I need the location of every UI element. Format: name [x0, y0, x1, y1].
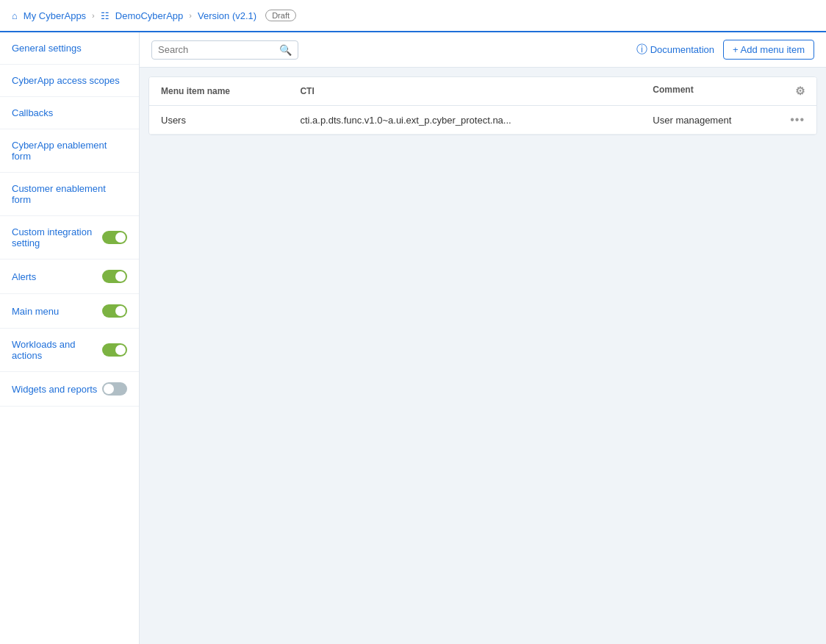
- breadcrumb-chevron-1: ›: [92, 11, 95, 20]
- sidebar-item-cyberapp-enablement-form[interactable]: CyberApp enablement form: [0, 129, 139, 173]
- sidebar-label-callbacks: Callbacks: [12, 107, 53, 118]
- add-menu-item-button[interactable]: + Add menu item: [723, 40, 814, 60]
- draft-badge: Draft: [265, 10, 296, 21]
- column-cti: CTI: [288, 77, 641, 106]
- cell-comment: User management•••: [641, 106, 816, 134]
- sidebar-item-widgets-and-reports[interactable]: Widgets and reports: [0, 372, 139, 407]
- column-menu-item-name: Menu item name: [149, 77, 288, 106]
- sidebar-item-alerts[interactable]: Alerts: [0, 260, 139, 294]
- main-content: 🔍 ⓘ Documentation + Add menu item Menu i…: [140, 32, 826, 644]
- sidebar-item-callbacks[interactable]: Callbacks: [0, 97, 139, 129]
- sidebar: General settingsCyberApp access scopesCa…: [0, 32, 140, 644]
- table-row: Userscti.a.p.dts.func.v1.0~a.ui.ext_p.cy…: [149, 106, 816, 135]
- sidebar-label-workloads-and-actions: Workloads and actions: [12, 339, 102, 361]
- cell-cti: cti.a.p.dts.func.v1.0~a.ui.ext_p.cyber_p…: [288, 106, 641, 135]
- toggle-main-menu[interactable]: [102, 304, 127, 318]
- info-icon: ⓘ: [636, 43, 647, 57]
- sidebar-item-cyberapp-access-scopes[interactable]: CyberApp access scopes: [0, 65, 139, 97]
- sidebar-label-general-settings: General settings: [12, 43, 82, 54]
- sidebar-label-main-menu: Main menu: [12, 306, 59, 317]
- toggle-alerts[interactable]: [102, 270, 127, 283]
- home-icon: ⌂: [12, 10, 18, 21]
- search-box[interactable]: 🔍: [151, 40, 298, 60]
- menu-items-table: Menu item name CTI Comment ⚙ Userscti.a.…: [149, 77, 816, 135]
- breadcrumb-democyberapp[interactable]: DemoCyberApp: [115, 10, 184, 21]
- sidebar-item-workloads-and-actions[interactable]: Workloads and actions: [0, 329, 139, 372]
- sidebar-item-general-settings[interactable]: General settings: [0, 32, 139, 65]
- sidebar-label-customer-enablement-form: Customer enablement form: [12, 183, 127, 205]
- sidebar-label-cyberapp-enablement-form: CyberApp enablement form: [12, 140, 127, 162]
- top-bar: ⌂ My CyberApps › ☷ DemoCyberApp › Versio…: [0, 0, 826, 32]
- apps-icon: ☷: [101, 10, 109, 21]
- sidebar-item-customer-enablement-form[interactable]: Customer enablement form: [0, 173, 139, 216]
- documentation-label: Documentation: [650, 44, 714, 55]
- breadcrumb-chevron-2: ›: [189, 11, 192, 20]
- table-container: Menu item name CTI Comment ⚙ Userscti.a.…: [148, 76, 817, 135]
- sidebar-label-custom-integration-setting: Custom integration setting: [12, 226, 102, 248]
- breadcrumb-my-cyberapps[interactable]: My CyberApps: [24, 10, 86, 21]
- sidebar-label-widgets-and-reports: Widgets and reports: [12, 384, 97, 395]
- layout: General settingsCyberApp access scopesCa…: [0, 32, 826, 644]
- toggle-workloads-and-actions[interactable]: [102, 343, 127, 357]
- table-header-row: Menu item name CTI Comment ⚙: [149, 77, 816, 106]
- toolbar: 🔍 ⓘ Documentation + Add menu item: [140, 32, 826, 68]
- sidebar-label-cyberapp-access-scopes: CyberApp access scopes: [12, 75, 120, 86]
- search-input[interactable]: [158, 44, 279, 55]
- sidebar-item-main-menu[interactable]: Main menu: [0, 294, 139, 329]
- documentation-link[interactable]: ⓘ Documentation: [636, 43, 714, 57]
- breadcrumb-version[interactable]: Version (v2.1): [198, 10, 256, 21]
- toggle-widgets-and-reports[interactable]: [102, 382, 127, 396]
- comment-text: User management: [653, 115, 731, 126]
- row-more-button[interactable]: •••: [790, 113, 805, 126]
- cell-menu-item-name: Users: [149, 106, 288, 135]
- sidebar-item-custom-integration-setting[interactable]: Custom integration setting: [0, 216, 139, 260]
- column-comment: Comment ⚙: [641, 77, 816, 106]
- sidebar-label-alerts: Alerts: [12, 271, 36, 282]
- toolbar-actions: ⓘ Documentation + Add menu item: [636, 40, 814, 60]
- toggle-custom-integration-setting[interactable]: [102, 231, 127, 244]
- search-icon: 🔍: [279, 44, 292, 56]
- table-settings-icon[interactable]: ⚙: [795, 85, 805, 98]
